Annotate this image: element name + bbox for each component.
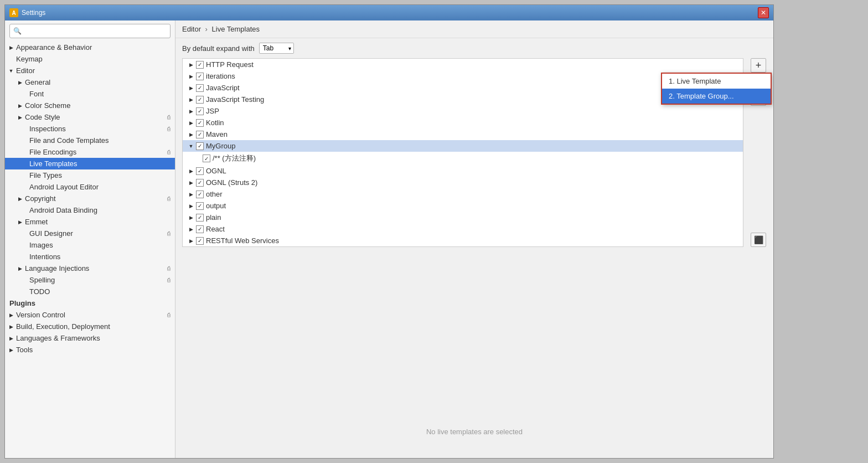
sidebar-item-color-scheme[interactable]: ▶ Color Scheme <box>5 100 175 111</box>
popup-menu-item-live-template[interactable]: 1. Live Template <box>662 74 771 89</box>
template-label: Maven <box>206 130 228 138</box>
arrow-icon: ▶ <box>7 335 15 342</box>
sidebar-item-android-layout-editor[interactable]: Android Layout Editor <box>5 181 175 193</box>
expand-with-select[interactable]: Tab Enter Space <box>259 43 294 54</box>
template-group-javascript-testing[interactable]: ▶ JavaScript Testing <box>183 94 743 105</box>
arrow-icon: ▶ <box>7 311 15 319</box>
sidebar-item-label: General <box>25 78 170 86</box>
template-group-react[interactable]: ▶ React <box>183 223 743 235</box>
sidebar-item-file-code-templates[interactable]: File and Code Templates <box>5 135 175 146</box>
expand-with-select-wrapper: Tab Enter Space <box>259 43 294 54</box>
breadcrumb-editor: Editor <box>182 25 201 33</box>
sidebar-item-copyright[interactable]: ▶ Copyright ⎙ <box>5 193 175 204</box>
template-checkbox[interactable] <box>196 96 204 104</box>
sidebar-item-plugins[interactable]: Plugins <box>5 297 175 309</box>
expand-arrow-icon: ▶ <box>187 84 195 92</box>
add-button[interactable]: + <box>751 58 766 73</box>
template-group-ognl-struts[interactable]: ▶ OGNL (Struts 2) <box>183 177 743 188</box>
sidebar-item-appearance[interactable]: ▶ Appearance & Behavior <box>5 42 175 53</box>
template-label: MyGroup <box>206 142 235 150</box>
sidebar-item-version-control[interactable]: ▶ Version Control ⎙ <box>5 309 175 321</box>
sidebar-item-file-encodings[interactable]: File Encodings ⎙ <box>5 146 175 158</box>
arrow-icon: ▶ <box>16 102 24 110</box>
template-group-maven[interactable]: ▶ Maven <box>183 128 743 140</box>
template-group-restful[interactable]: ▶ RESTful Web Services <box>183 235 743 246</box>
template-group-javascript[interactable]: ▶ JavaScript <box>183 82 743 94</box>
sidebar-item-label: Language Injections <box>25 264 167 272</box>
template-group-output[interactable]: ▶ output <box>183 200 743 212</box>
sidebar-item-language-injections[interactable]: ▶ Language Injections ⎙ <box>5 263 175 274</box>
template-label: RESTful Web Services <box>206 236 279 245</box>
arrow-icon: ▶ <box>7 44 15 52</box>
badge-icon: ⎙ <box>167 114 170 120</box>
template-group-sql[interactable]: ▶ SQL <box>183 246 743 247</box>
sidebar-item-android-data-binding[interactable]: Android Data Binding <box>5 204 175 216</box>
arrow-icon: ▶ <box>7 323 15 331</box>
sidebar-item-label: Build, Execution, Deployment <box>16 322 170 331</box>
badge-icon: ⎙ <box>167 230 170 236</box>
expand-arrow-icon: ▶ <box>187 61 195 69</box>
badge-icon: ⎙ <box>167 265 170 271</box>
sidebar-item-label: Version Control <box>16 311 167 319</box>
template-label: HTTP Request <box>206 60 254 69</box>
search-icon: 🔍 <box>13 27 22 35</box>
sidebar-item-spelling[interactable]: Spelling ⎙ <box>5 274 175 286</box>
sidebar-item-editor[interactable]: ▼ Editor <box>5 65 175 76</box>
template-checkbox[interactable] <box>196 142 204 150</box>
arrow-icon: ▶ <box>16 218 24 226</box>
template-checkbox[interactable] <box>203 155 210 162</box>
template-group-jsp[interactable]: ▶ JSP <box>183 105 743 117</box>
popup-menu-item-template-group[interactable]: 2. Template Group... <box>662 89 771 104</box>
move-up-button[interactable]: ⬛ <box>751 233 766 247</box>
sidebar-item-languages-frameworks[interactable]: ▶ Languages & Frameworks <box>5 332 175 344</box>
template-group-kotlin[interactable]: ▶ Kotlin <box>183 117 743 128</box>
badge-icon: ⎙ <box>167 277 170 283</box>
breadcrumb: Editor › Live Templates <box>175 20 773 38</box>
sidebar-item-todo[interactable]: TODO <box>5 286 175 297</box>
template-group-iterations[interactable]: ▶ iterations <box>183 70 743 82</box>
template-group-plain[interactable]: ▶ plain <box>183 212 743 223</box>
template-label: other <box>206 190 223 198</box>
close-button[interactable]: ✕ <box>758 7 769 18</box>
template-checkbox[interactable] <box>196 119 204 127</box>
sidebar-item-keymap[interactable]: Keymap <box>5 53 175 65</box>
sidebar-item-live-templates[interactable]: Live Templates <box>5 158 175 169</box>
sidebar-item-code-style[interactable]: ▶ Code Style ⎙ <box>5 111 175 123</box>
badge-icon: ⎙ <box>167 126 170 132</box>
templates-area: ▶ HTTP Request ▶ iterations ▶ JavaS <box>175 58 773 247</box>
template-checkbox[interactable] <box>196 84 204 92</box>
template-label: Kotlin <box>206 119 224 127</box>
sidebar-item-file-types[interactable]: File Types <box>5 169 175 181</box>
template-checkbox[interactable] <box>196 214 204 222</box>
template-checkbox[interactable] <box>196 237 204 245</box>
sidebar-item-label: TODO <box>29 287 170 296</box>
sidebar-item-label: Appearance & Behavior <box>16 43 170 52</box>
sidebar-item-emmet[interactable]: ▶ Emmet <box>5 216 175 228</box>
template-checkbox[interactable] <box>196 107 204 115</box>
template-item-mygroup-child[interactable]: /** (方法注释) <box>183 152 743 165</box>
template-checkbox[interactable] <box>196 167 204 175</box>
sidebar-item-label: Spelling <box>29 276 167 284</box>
template-group-mygroup[interactable]: ▼ MyGroup <box>183 140 743 152</box>
template-checkbox[interactable] <box>196 61 204 69</box>
sidebar-item-images[interactable]: Images <box>5 239 175 251</box>
sidebar-item-inspections[interactable]: Inspections ⎙ <box>5 123 175 135</box>
sidebar-item-gui-designer[interactable]: GUI Designer ⎙ <box>5 228 175 239</box>
sidebar-item-font[interactable]: Font <box>5 88 175 100</box>
right-panel: + 1. Live Template 2. Template Group... … <box>743 58 773 247</box>
template-checkbox[interactable] <box>196 202 204 210</box>
template-group-other[interactable]: ▶ other <box>183 188 743 200</box>
template-checkbox[interactable] <box>196 225 204 233</box>
template-checkbox[interactable] <box>196 73 204 80</box>
sidebar-item-general[interactable]: ▶ General <box>5 76 175 88</box>
sidebar-item-build-execution[interactable]: ▶ Build, Execution, Deployment <box>5 321 175 332</box>
sidebar-item-tools[interactable]: ▶ Tools <box>5 344 175 356</box>
template-checkbox[interactable] <box>196 191 204 198</box>
template-group-http-request[interactable]: ▶ HTTP Request <box>183 59 743 70</box>
template-checkbox[interactable] <box>196 179 204 187</box>
template-checkbox[interactable] <box>196 131 204 138</box>
template-group-ognl[interactable]: ▶ OGNL <box>183 165 743 177</box>
sidebar-item-intentions[interactable]: Intentions <box>5 251 175 263</box>
search-input[interactable] <box>24 27 167 35</box>
sidebar-item-label: Live Templates <box>29 160 170 168</box>
